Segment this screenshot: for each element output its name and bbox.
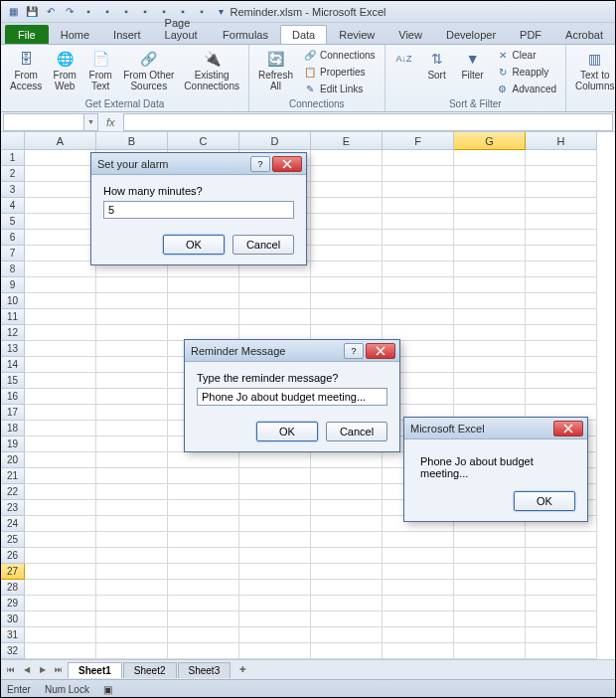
cell[interactable] <box>454 166 526 182</box>
cell[interactable] <box>239 516 311 532</box>
cell[interactable] <box>383 277 454 293</box>
cell[interactable] <box>25 373 96 389</box>
dialog-titlebar[interactable]: Microsoft Excel <box>404 418 587 439</box>
cell[interactable] <box>25 405 96 421</box>
cell[interactable] <box>383 198 454 214</box>
cell[interactable] <box>25 596 96 611</box>
tab-file[interactable]: File <box>5 25 49 44</box>
advanced-button[interactable]: ⚙Advanced <box>493 81 559 96</box>
column-header[interactable]: F <box>383 132 454 150</box>
cell[interactable] <box>454 596 526 611</box>
row-header[interactable]: 2 <box>1 166 25 182</box>
cell[interactable] <box>526 611 597 627</box>
cell[interactable] <box>383 214 454 230</box>
cell[interactable] <box>25 564 96 580</box>
reapply-button[interactable]: ↻Reapply <box>493 64 559 80</box>
cell[interactable] <box>454 182 526 198</box>
formula-bar[interactable] <box>123 113 613 131</box>
properties-button[interactable]: 📋Properties <box>300 64 379 80</box>
row-header[interactable]: 20 <box>1 452 25 468</box>
minutes-input[interactable] <box>103 201 294 219</box>
cell[interactable] <box>454 246 526 262</box>
cell[interactable] <box>454 627 526 643</box>
cell[interactable] <box>383 246 454 262</box>
select-all-corner[interactable] <box>1 132 25 150</box>
cell[interactable] <box>25 182 96 198</box>
last-sheet-button[interactable]: ⏭ <box>51 662 67 678</box>
row-header[interactable]: 11 <box>1 309 25 325</box>
cell[interactable] <box>454 611 526 627</box>
new-sheet-button[interactable]: ✚ <box>234 662 250 678</box>
cell[interactable] <box>454 230 526 246</box>
sheet-tab[interactable]: Sheet1 <box>68 662 122 678</box>
cell[interactable] <box>25 421 96 436</box>
cell[interactable] <box>311 500 383 516</box>
close-button[interactable] <box>553 421 583 436</box>
tab-acrobat[interactable]: Acrobat <box>553 25 615 44</box>
row-header[interactable]: 6 <box>1 230 25 246</box>
cell[interactable] <box>311 596 383 611</box>
cell[interactable] <box>526 198 597 214</box>
redo-icon[interactable]: ↷ <box>62 4 77 20</box>
cell[interactable] <box>311 277 383 293</box>
cell[interactable] <box>96 468 168 484</box>
row-header[interactable]: 3 <box>1 182 25 198</box>
cell[interactable] <box>454 309 526 325</box>
cell[interactable] <box>383 262 454 277</box>
qat-dropdown-icon[interactable]: ▾ <box>213 4 229 20</box>
cell[interactable] <box>526 150 597 166</box>
cell[interactable] <box>168 484 239 500</box>
cell[interactable] <box>383 643 454 659</box>
cell[interactable] <box>25 150 96 166</box>
cell[interactable] <box>239 468 311 484</box>
row-header[interactable]: 12 <box>1 325 25 341</box>
from-text-button[interactable]: 📄From Text <box>84 47 116 93</box>
cell[interactable] <box>96 373 168 389</box>
cell[interactable] <box>526 643 597 659</box>
cell[interactable] <box>454 293 526 309</box>
cell[interactable] <box>526 357 597 373</box>
cell[interactable] <box>383 309 454 325</box>
cell[interactable] <box>96 532 168 548</box>
cell[interactable] <box>526 230 597 246</box>
cell[interactable] <box>239 452 311 468</box>
save-icon[interactable]: 💾 <box>24 4 40 20</box>
cell[interactable] <box>96 357 168 373</box>
edit-links-button[interactable]: ✎Edit Links <box>300 81 379 96</box>
cell[interactable] <box>25 357 96 373</box>
cell[interactable] <box>25 293 96 309</box>
cell[interactable] <box>239 643 311 659</box>
cell[interactable] <box>383 150 454 166</box>
cell[interactable] <box>25 548 96 564</box>
cell[interactable] <box>96 516 168 532</box>
refresh-all-button[interactable]: 🔄Refresh All <box>255 47 296 96</box>
from-access-button[interactable]: 🗄From Access <box>7 47 45 93</box>
cell[interactable] <box>25 627 96 643</box>
row-header[interactable]: 21 <box>1 468 25 484</box>
cell[interactable] <box>25 309 96 325</box>
first-sheet-button[interactable]: ⏮ <box>3 662 19 678</box>
cell[interactable] <box>454 532 526 548</box>
cell[interactable] <box>311 214 383 230</box>
cell[interactable] <box>25 325 96 341</box>
cell[interactable] <box>168 293 239 309</box>
worksheet-grid[interactable]: ABCDEFGH 1234567891011121314151617181920… <box>1 132 615 659</box>
cell[interactable] <box>168 452 239 468</box>
cell[interactable] <box>311 564 383 580</box>
cell[interactable] <box>383 182 454 198</box>
cell[interactable] <box>383 166 454 182</box>
cell[interactable] <box>311 580 383 596</box>
cell[interactable] <box>239 532 311 548</box>
cell[interactable] <box>311 166 383 182</box>
cell[interactable] <box>25 500 96 516</box>
cell[interactable] <box>311 627 383 643</box>
cell[interactable] <box>526 548 597 564</box>
tab-data[interactable]: Data <box>280 25 327 44</box>
column-header[interactable]: H <box>526 132 597 150</box>
close-button[interactable] <box>366 343 395 359</box>
cell[interactable] <box>526 246 597 262</box>
connections-button[interactable]: 🔗Connections <box>300 47 379 63</box>
fx-icon[interactable]: fx <box>98 116 123 128</box>
cell[interactable] <box>383 293 454 309</box>
cell[interactable] <box>239 309 311 325</box>
